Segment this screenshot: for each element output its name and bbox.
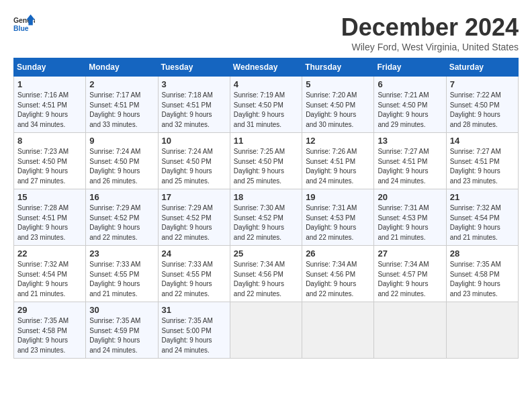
calendar-cell: 21Sunrise: 7:32 AMSunset: 4:54 PMDayligh… <box>446 189 518 246</box>
header-tuesday: Tuesday <box>158 58 230 77</box>
svg-text:Blue: Blue <box>13 25 29 32</box>
title-block: December 2024 Wiley Ford, West Virginia,… <box>341 13 519 52</box>
calendar-cell: 31Sunrise: 7:35 AMSunset: 5:00 PMDayligh… <box>158 302 230 359</box>
calendar-cell <box>374 302 446 359</box>
calendar-row: 8Sunrise: 7:23 AMSunset: 4:50 PMDaylight… <box>14 133 519 189</box>
calendar-cell <box>230 302 302 359</box>
calendar-cell: 10Sunrise: 7:24 AMSunset: 4:50 PMDayligh… <box>158 133 230 189</box>
calendar-row: 1Sunrise: 7:16 AMSunset: 4:51 PMDaylight… <box>14 77 519 133</box>
calendar-cell: 8Sunrise: 7:23 AMSunset: 4:50 PMDaylight… <box>14 133 86 189</box>
calendar-cell <box>446 302 518 359</box>
calendar-row: 29Sunrise: 7:35 AMSunset: 4:58 PMDayligh… <box>14 302 519 359</box>
logo: General Blue <box>13 13 35 35</box>
calendar-row: 15Sunrise: 7:28 AMSunset: 4:51 PMDayligh… <box>14 189 519 246</box>
calendar-cell: 19Sunrise: 7:31 AMSunset: 4:53 PMDayligh… <box>302 189 374 246</box>
calendar-cell: 18Sunrise: 7:30 AMSunset: 4:52 PMDayligh… <box>230 189 302 246</box>
calendar-table: SundayMondayTuesdayWednesdayThursdayFrid… <box>13 58 519 359</box>
header-sunday: Sunday <box>14 58 86 77</box>
calendar-cell: 11Sunrise: 7:25 AMSunset: 4:50 PMDayligh… <box>230 133 302 189</box>
calendar-cell: 20Sunrise: 7:31 AMSunset: 4:53 PMDayligh… <box>374 189 446 246</box>
calendar-cell: 27Sunrise: 7:34 AMSunset: 4:57 PMDayligh… <box>374 246 446 302</box>
calendar-cell: 12Sunrise: 7:26 AMSunset: 4:51 PMDayligh… <box>302 133 374 189</box>
month-title: December 2024 <box>341 13 519 42</box>
calendar-cell: 29Sunrise: 7:35 AMSunset: 4:58 PMDayligh… <box>14 302 86 359</box>
calendar-cell: 5Sunrise: 7:20 AMSunset: 4:50 PMDaylight… <box>302 77 374 133</box>
calendar-cell: 14Sunrise: 7:27 AMSunset: 4:51 PMDayligh… <box>446 133 518 189</box>
calendar-cell <box>302 302 374 359</box>
calendar-header-row: SundayMondayTuesdayWednesdayThursdayFrid… <box>14 58 519 77</box>
calendar-cell: 3Sunrise: 7:18 AMSunset: 4:51 PMDaylight… <box>158 77 230 133</box>
location: Wiley Ford, West Virginia, United States <box>341 42 519 52</box>
calendar-cell: 22Sunrise: 7:32 AMSunset: 4:54 PMDayligh… <box>14 246 86 302</box>
calendar-cell: 9Sunrise: 7:24 AMSunset: 4:50 PMDaylight… <box>86 133 158 189</box>
calendar-cell: 26Sunrise: 7:34 AMSunset: 4:56 PMDayligh… <box>302 246 374 302</box>
calendar-cell: 4Sunrise: 7:19 AMSunset: 4:50 PMDaylight… <box>230 77 302 133</box>
calendar-cell: 24Sunrise: 7:33 AMSunset: 4:55 PMDayligh… <box>158 246 230 302</box>
header-wednesday: Wednesday <box>230 58 302 77</box>
header-saturday: Saturday <box>446 58 518 77</box>
calendar-cell: 1Sunrise: 7:16 AMSunset: 4:51 PMDaylight… <box>14 77 86 133</box>
calendar-cell: 28Sunrise: 7:35 AMSunset: 4:58 PMDayligh… <box>446 246 518 302</box>
calendar-cell: 17Sunrise: 7:29 AMSunset: 4:52 PMDayligh… <box>158 189 230 246</box>
calendar-cell: 2Sunrise: 7:17 AMSunset: 4:51 PMDaylight… <box>86 77 158 133</box>
calendar-cell: 7Sunrise: 7:22 AMSunset: 4:50 PMDaylight… <box>446 77 518 133</box>
page-header: General Blue December 2024 Wiley Ford, W… <box>13 13 519 52</box>
header-monday: Monday <box>86 58 158 77</box>
header-thursday: Thursday <box>302 58 374 77</box>
calendar-cell: 25Sunrise: 7:34 AMSunset: 4:56 PMDayligh… <box>230 246 302 302</box>
calendar-cell: 16Sunrise: 7:29 AMSunset: 4:52 PMDayligh… <box>86 189 158 246</box>
logo-icon: General Blue <box>13 13 35 35</box>
header-friday: Friday <box>374 58 446 77</box>
calendar-cell: 30Sunrise: 7:35 AMSunset: 4:59 PMDayligh… <box>86 302 158 359</box>
calendar-body: 1Sunrise: 7:16 AMSunset: 4:51 PMDaylight… <box>14 77 519 359</box>
calendar-cell: 13Sunrise: 7:27 AMSunset: 4:51 PMDayligh… <box>374 133 446 189</box>
calendar-cell: 15Sunrise: 7:28 AMSunset: 4:51 PMDayligh… <box>14 189 86 246</box>
calendar-cell: 23Sunrise: 7:33 AMSunset: 4:55 PMDayligh… <box>86 246 158 302</box>
calendar-cell: 6Sunrise: 7:21 AMSunset: 4:50 PMDaylight… <box>374 77 446 133</box>
calendar-row: 22Sunrise: 7:32 AMSunset: 4:54 PMDayligh… <box>14 246 519 302</box>
